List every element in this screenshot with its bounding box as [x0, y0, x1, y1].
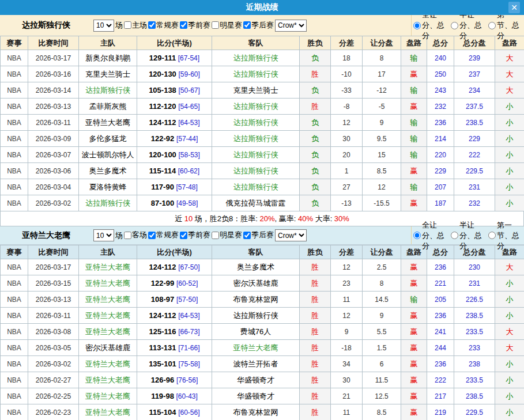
filter-checkbox-input[interactable] — [212, 21, 219, 29]
filter-checkbox[interactable]: 明星赛 — [210, 20, 242, 31]
total-line-cell: 238.5 — [454, 308, 495, 324]
score-cell: 125-116 [66-73] — [137, 324, 212, 340]
filter-checkbox-input[interactable] — [148, 21, 156, 29]
summary-segment: 近 — [175, 214, 184, 223]
odds-type-radio-input[interactable] — [413, 232, 421, 239]
team2-games-count-select[interactable]: 10 — [93, 229, 114, 241]
team2-table-header-row: 赛事比赛时间主队比分(半场)客队胜负分差让分盘盘路总分总分盘盘路 — [1, 245, 524, 259]
filter-checkbox[interactable]: 常规赛 — [147, 20, 179, 31]
filter-checkbox-input[interactable] — [124, 21, 131, 29]
close-icon[interactable]: ✕ — [508, 2, 520, 13]
odds-type-radio-input[interactable] — [488, 22, 496, 29]
team2-odds-source-select[interactable]: Crow* — [275, 229, 307, 241]
game-date-cell: 2026-03-16 — [28, 66, 79, 82]
score-cell: 87-100 [49-58] — [137, 195, 212, 211]
handicap-result-cell: 输 — [401, 179, 427, 195]
odds-type-radio-input[interactable] — [451, 22, 458, 29]
away-team-cell: 达拉斯独行侠 — [212, 308, 300, 324]
filter-checkbox[interactable]: 明星赛 — [210, 230, 242, 240]
total-line-cell: 237.5 — [454, 99, 495, 115]
half-score: [67-50] — [178, 263, 199, 271]
over-under-cell: 大 — [495, 259, 524, 275]
half-score: [64-53] — [178, 312, 199, 320]
filter-checkbox-input[interactable] — [148, 232, 156, 239]
away-team-cell: 达拉斯独行侠 — [212, 115, 300, 131]
column-header: 比赛时间 — [28, 36, 79, 50]
score-cell: 124-112 [64-53] — [137, 308, 212, 324]
half-score: [60-52] — [176, 279, 198, 287]
over-under-cell: 小 — [495, 356, 524, 372]
odds-type-radio[interactable]: 全让分、总分 — [413, 220, 447, 251]
total-line-cell: 234 — [454, 82, 495, 99]
filter-checkbox-label: 明星赛 — [220, 230, 242, 240]
half-score: [50-67] — [178, 86, 199, 94]
total-line-cell: 230 — [454, 259, 495, 275]
home-team-cell: 亚特兰大老鹰 — [79, 259, 137, 275]
filter-checkbox-input[interactable] — [243, 21, 251, 29]
game-date-cell: 2026-03-11 — [28, 115, 79, 131]
handicap-result-cell: 输 — [401, 131, 427, 147]
score-cell: 115-104 [60-56] — [137, 404, 212, 420]
game-row: NBA2026-02-25亚特兰大老鹰119-98 [60-43]华盛顿奇才胜2… — [1, 388, 524, 404]
over-under-cell: 小 — [495, 195, 524, 211]
point-diff-cell: 30 — [331, 372, 363, 388]
win-loss-cell: 负 — [300, 50, 331, 66]
odds-type-radio[interactable]: 第一节、总分 — [488, 220, 522, 251]
filter-checkbox[interactable]: 主场 — [123, 20, 147, 31]
handicap-result-cell: 赢 — [401, 259, 427, 275]
filter-checkbox-input[interactable] — [180, 21, 187, 29]
game-row: NBA2026-03-06奥兰多魔术115-114 [60-62]达拉斯独行侠负… — [1, 163, 524, 179]
filter-checkbox[interactable]: 季前赛 — [179, 20, 210, 31]
odds-type-radio-input[interactable] — [413, 22, 421, 29]
handicap-result-cell: 输 — [401, 82, 427, 99]
filter-checkbox[interactable]: 季后赛 — [242, 230, 274, 240]
half-score: [60-62] — [178, 167, 199, 175]
total-points-cell: 219 — [427, 404, 454, 420]
win-loss-cell: 负 — [300, 179, 331, 195]
away-team-cell: 奥兰多魔术 — [212, 259, 300, 275]
column-header: 比分(半场) — [137, 245, 212, 259]
filter-checkbox[interactable]: 季后赛 — [242, 20, 274, 31]
odds-type-radio-input[interactable] — [488, 232, 496, 239]
home-team-cell: 密尔沃基雄鹿 — [79, 340, 137, 356]
filter-checkbox-input[interactable] — [212, 232, 219, 239]
team1-odds-source-select[interactable]: Crow* — [275, 20, 307, 32]
game-row: NBA2026-02-27亚特兰大老鹰126-96 [76-56]华盛顿奇才胜3… — [1, 372, 524, 388]
filter-checkbox-input[interactable] — [124, 232, 131, 239]
away-team-cell: 俄克拉荷马城雷霆 — [212, 195, 300, 211]
score-cell: 124-112 [67-50] — [137, 259, 212, 275]
win-loss-cell: 负 — [300, 147, 331, 163]
over-under-cell: 小 — [495, 163, 524, 179]
filter-checkbox[interactable]: 客场 — [123, 230, 147, 240]
handicap-result-cell: 赢 — [401, 340, 427, 356]
league-cell: NBA — [1, 324, 28, 340]
team2-filter-bar: 亚特兰大老鹰 10 场 客场常规赛季前赛明星赛季后赛 Crow* 全让分、总分半… — [0, 226, 524, 245]
filter-checkbox-input[interactable] — [180, 232, 187, 239]
league-cell: NBA — [1, 404, 28, 420]
league-cell: NBA — [1, 259, 28, 275]
team2-filter-checkboxes: 客场常规赛季前赛明星赛季后赛 — [123, 230, 274, 241]
win-loss-cell: 胜 — [300, 292, 331, 308]
win-loss-cell: 胜 — [300, 404, 331, 420]
odds-type-radio-input[interactable] — [451, 232, 458, 239]
filter-checkbox-input[interactable] — [243, 232, 251, 239]
score-cell: 129-111 [67-54] — [137, 50, 212, 66]
game-date-cell: 2026-02-25 — [28, 388, 79, 404]
total-line-cell: 226.5 — [454, 292, 495, 308]
summary-segment: , 赢率: — [275, 214, 298, 223]
filter-checkbox[interactable]: 常规赛 — [147, 230, 179, 240]
team1-games-count-select[interactable]: 10 — [93, 20, 114, 32]
half-score: [67-54] — [178, 54, 199, 62]
team2-odds-type-radios: 全让分、总分半让分、总分第一节、总分 — [411, 226, 524, 244]
summary-segment: 40% — [298, 214, 313, 223]
league-cell: NBA — [1, 82, 28, 99]
team1-odds-type-radios: 全让分、总分半让分、总分第一节、总分 — [411, 15, 524, 36]
league-cell: NBA — [1, 66, 28, 82]
handicap-line-cell: 12.5 — [363, 388, 401, 404]
filter-checkbox[interactable]: 季前赛 — [179, 230, 210, 240]
home-team-cell: 达拉斯独行侠 — [79, 195, 137, 211]
home-team-cell: 亚特兰大老鹰 — [79, 372, 137, 388]
odds-type-radio[interactable]: 半让分、总分 — [451, 220, 485, 251]
score-cell: 124-112 [64-53] — [137, 115, 212, 131]
game-row: NBA2026-03-02达拉斯独行侠87-100 [49-58]俄克拉荷马城雷… — [1, 195, 524, 211]
